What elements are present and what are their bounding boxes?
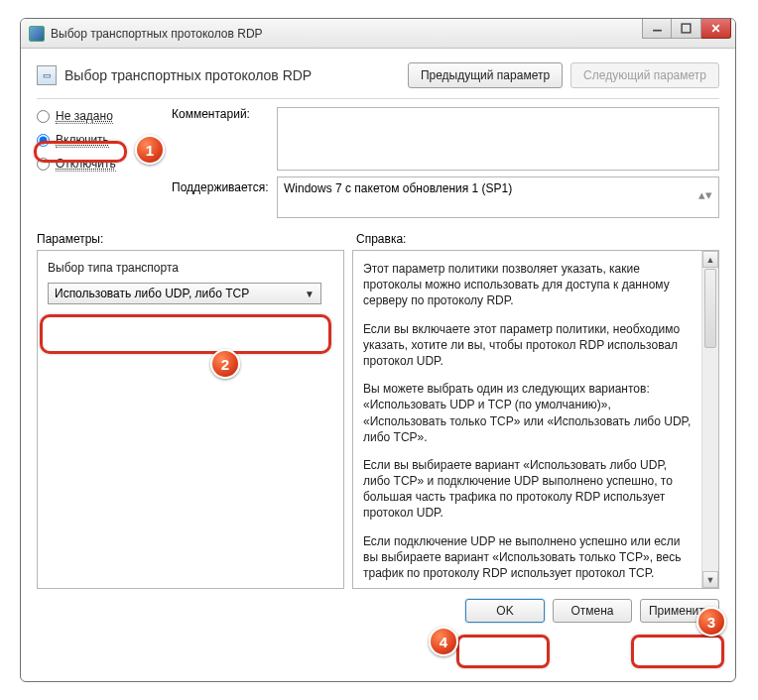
help-p2: Если вы включаете этот параметр политики… [363, 321, 696, 370]
radio-disabled[interactable]: Отключить [37, 157, 166, 171]
supported-label: Поддерживается: [172, 176, 271, 218]
radio-disabled-input[interactable] [37, 158, 50, 171]
comment-textarea[interactable] [277, 107, 719, 171]
help-label: Справка: [356, 232, 719, 246]
parameters-label: Параметры: [37, 232, 356, 246]
minimize-button[interactable] [642, 19, 672, 39]
scroll-down-icon[interactable]: ▼ [702, 571, 718, 588]
titlebar: Выбор транспортных протоколов RDP [21, 19, 735, 49]
app-icon [29, 26, 45, 42]
prev-setting-button[interactable]: Предыдущий параметр [408, 62, 563, 88]
help-panel: Этот параметр политики позволяет указать… [352, 250, 719, 589]
ok-button[interactable]: OK [465, 599, 545, 623]
help-scrollbar[interactable]: ▲ ▼ [701, 251, 718, 588]
cancel-button[interactable]: Отмена [553, 599, 632, 623]
parameters-panel: Выбор типа транспорта Использовать либо … [37, 250, 344, 589]
scroll-up-icon[interactable]: ▲ [702, 251, 718, 268]
radio-not-configured-label: Не задано [56, 109, 113, 124]
help-p3: Вы можете выбрать один из следующих вари… [363, 381, 696, 445]
transport-type-value: Использовать либо UDP, либо TCP [55, 287, 249, 300]
maximize-button[interactable] [672, 19, 701, 39]
chevron-down-icon: ▼ [305, 289, 315, 299]
help-p1: Этот параметр политики позволяет указать… [363, 261, 696, 309]
help-p4: Если вы выбираете вариант «Использовать … [363, 457, 696, 522]
page-title: Выбор транспортных протоколов RDP [64, 67, 400, 83]
divider [37, 98, 719, 99]
comment-label: Комментарий: [172, 107, 271, 171]
close-button[interactable] [701, 19, 731, 39]
transport-type-combo[interactable]: Использовать либо UDP, либо TCP ▼ [48, 283, 321, 304]
scroll-thumb[interactable] [704, 269, 716, 348]
next-setting-button: Следующий параметр [570, 62, 719, 88]
radio-enabled[interactable]: Включить [37, 133, 166, 147]
transport-type-label: Выбор типа транспорта [48, 261, 333, 275]
help-p5: Если подключение UDP не выполнено успешн… [363, 533, 696, 582]
policy-icon: ▭ [37, 65, 57, 85]
radio-enabled-label: Включить [56, 133, 109, 148]
radio-not-configured-input[interactable] [37, 110, 50, 123]
radio-not-configured[interactable]: Не задано [37, 109, 166, 123]
window-title: Выбор транспортных протоколов RDP [51, 27, 263, 41]
apply-button[interactable]: Применить [640, 599, 719, 623]
supported-box: Windows 7 с пакетом обновления 1 (SP1) ▴… [277, 176, 719, 218]
svg-rect-1 [682, 24, 691, 33]
radio-enabled-input[interactable] [37, 134, 50, 147]
radio-disabled-label: Отключить [56, 157, 116, 172]
scroll-hint-icon: ▴▾ [698, 181, 712, 202]
supported-text: Windows 7 с пакетом обновления 1 (SP1) [284, 181, 512, 195]
